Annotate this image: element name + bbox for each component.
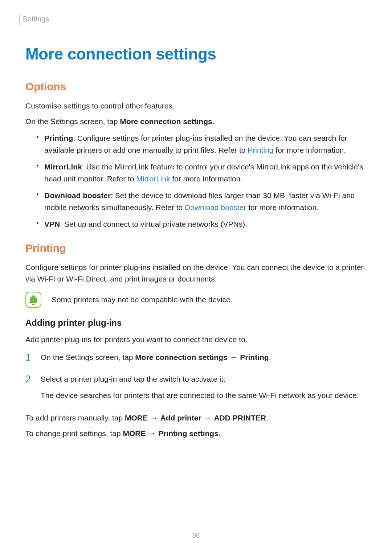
option-vpn: VPN: Set up and connect to virtual priva… xyxy=(36,218,367,230)
option-name: MirrorLink xyxy=(44,163,82,171)
text: The device searches for printers that ar… xyxy=(41,390,367,402)
page-title: More connection settings xyxy=(25,45,367,63)
bold-text: Printing xyxy=(240,353,269,361)
option-desc: for more information. xyxy=(246,203,319,212)
step-body: Select a printer plug-in and tap the swi… xyxy=(41,373,367,406)
bell-icon xyxy=(25,292,41,308)
option-name: Printing xyxy=(44,134,73,142)
option-mirrorlink: MirrorLink: Use the MirrorLink feature t… xyxy=(36,161,367,185)
bold-text: MORE xyxy=(125,414,148,422)
step-body: On the Settings screen, tap More connect… xyxy=(41,352,367,368)
text: . xyxy=(219,429,221,438)
bold-text: More connection settings xyxy=(135,353,227,361)
arrow-icon: → xyxy=(201,414,214,422)
page-header: Settings xyxy=(19,15,367,25)
option-download-booster: Download booster: Set the device to down… xyxy=(36,190,367,213)
options-intro: Customise settings to control other feat… xyxy=(25,100,367,112)
bold-text: Add printer xyxy=(160,414,201,422)
step-number: 1 xyxy=(25,352,34,362)
printing-heading: Printing xyxy=(25,242,367,254)
option-link[interactable]: Printing xyxy=(248,146,273,154)
bold-text: More connection settings xyxy=(120,117,212,126)
option-desc: : Set up and connect to virtual private … xyxy=(60,220,247,228)
page-container: Settings More connection settings Option… xyxy=(0,0,392,439)
text: On the Settings screen, tap xyxy=(41,353,135,361)
note-text: Some printers may not be compatible with… xyxy=(52,294,232,306)
option-desc: for more information. xyxy=(274,146,346,154)
step-number: 2 xyxy=(25,373,34,384)
adding-plugins-heading: Adding printer plug-ins xyxy=(25,318,367,328)
manual-add-text: To add printers manually, tap MORE → Add… xyxy=(25,412,367,424)
option-name: Download booster xyxy=(44,191,111,200)
option-desc: for more information. xyxy=(170,175,243,183)
bold-text: MORE xyxy=(123,429,146,438)
note-row: Some printers may not be compatible with… xyxy=(25,292,367,308)
step-1: 1 On the Settings screen, tap More conne… xyxy=(25,352,367,368)
option-link[interactable]: Download booster xyxy=(185,203,246,212)
text: To change print settings, tap xyxy=(25,429,123,438)
text: . xyxy=(269,353,271,361)
options-list: Printing: Configure settings for printer… xyxy=(36,132,367,230)
arrow-icon: → xyxy=(228,353,240,361)
option-link[interactable]: MirrorLink xyxy=(136,175,170,183)
bold-text: ADD PRINTER xyxy=(214,414,266,422)
text: Select a printer plug-in and tap the swi… xyxy=(41,373,367,385)
options-heading: Options xyxy=(25,81,367,93)
arrow-icon: → xyxy=(146,429,159,438)
section-label: Settings xyxy=(23,15,49,23)
option-printing: Printing: Configure settings for printer… xyxy=(36,132,367,156)
options-instruction: On the Settings screen, tap More connect… xyxy=(25,116,367,128)
page-number: 86 xyxy=(0,532,392,539)
change-settings-text: To change print settings, tap MORE → Pri… xyxy=(25,428,367,440)
arrow-icon: → xyxy=(148,414,160,422)
bold-text: Printing settings xyxy=(158,429,219,438)
printing-intro: Configure settings for printer plug-ins … xyxy=(25,262,367,285)
step-2: 2 Select a printer plug-in and tap the s… xyxy=(25,373,367,406)
adding-plugins-intro: Add printer plug-ins for printers you wa… xyxy=(25,334,367,346)
text: To add printers manually, tap xyxy=(25,414,125,422)
text: On the Settings screen, tap xyxy=(25,117,120,126)
text: . xyxy=(212,117,215,126)
text: . xyxy=(266,414,268,422)
option-name: VPN xyxy=(44,220,60,228)
